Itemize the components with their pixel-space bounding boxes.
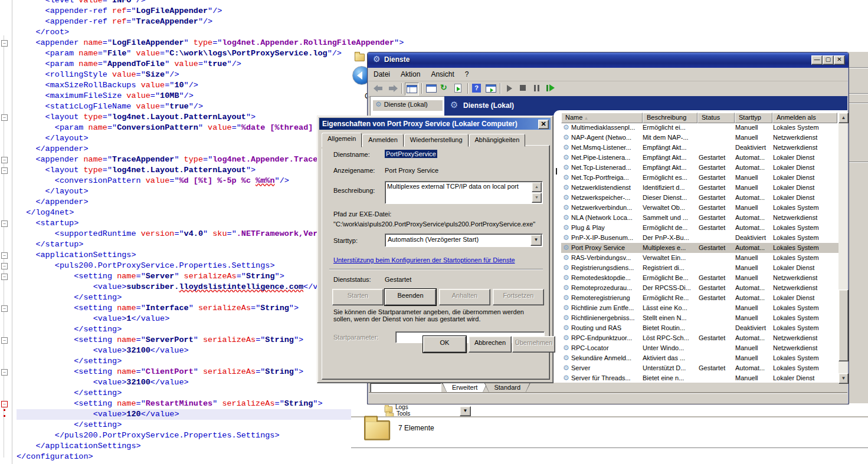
table-row[interactable]: ⚙Net.Tcp-Listenerad...Empfängt Akt...Ges… [561, 163, 838, 173]
menu-item-ansicht[interactable]: Ansicht [425, 68, 459, 78]
table-row[interactable]: ⚙ServerUnterstützt D...GestartetAutomat.… [561, 363, 838, 373]
services-title-bar[interactable]: ⚙ Dienste — ▢ ✕ [368, 52, 849, 68]
dialog-tab-wiederherstellung[interactable]: Wiederherstellung [404, 134, 469, 147]
start-service-icon[interactable] [503, 83, 516, 94]
table-row[interactable]: ⚙Port Proxy ServiceMultiplexes e...Gesta… [561, 243, 838, 253]
help-icon[interactable]: ? [471, 83, 484, 94]
table-row[interactable]: ⚙Richtlinie zum Entfe...Lässt eine Ko...… [561, 303, 838, 313]
maximize-button[interactable]: ▢ [823, 55, 834, 65]
scroll-up-button[interactable]: ▲ [838, 113, 849, 123]
scroll-down-icon[interactable]: ▼ [532, 193, 542, 203]
table-row[interactable]: ⚙Netzwerkverbindun...Verwaltet Ob...Gest… [561, 203, 838, 213]
table-row[interactable]: ⚙Net.Tcp-Portfreiga...Ermöglicht es...Ge… [561, 173, 838, 183]
table-row[interactable]: ⚙RPC-Endpunktzuor...Löst RPC-Sch...Gesta… [561, 333, 838, 343]
cell-beschreibung: Unter Windo... [643, 343, 699, 353]
table-row[interactable]: ⚙Remotedesktopdie...Ermöglicht Be...Gest… [561, 273, 838, 283]
dialog-tab-allgemein[interactable]: Allgemein [322, 133, 362, 147]
fold-marker[interactable]: – [1, 252, 8, 259]
element-count: 7 Elemente [398, 424, 434, 432]
dienstname-value[interactable]: PortProxyService [385, 150, 437, 157]
table-row[interactable]: ⚙PnP-X-IP-Busenum...Der PnP-X-Bu...Deakt… [561, 233, 838, 243]
table-row[interactable]: ⚙Registrierungsdiens...Registriert di...… [561, 263, 838, 273]
fold-marker[interactable]: – [1, 221, 8, 227]
table-row[interactable]: ⚙RAS-Verbindungsv...Verwaltet Ein...Manu… [561, 253, 838, 263]
menu-item-help[interactable]: ? [460, 68, 474, 78]
anhalten-button[interactable]: Anhalten [439, 289, 490, 305]
table-row[interactable]: ⚙RPC-LocatorUnter Windo...ManuellNetzwer… [561, 343, 838, 353]
scroll-down-button[interactable]: ▼ [838, 373, 849, 384]
table-row[interactable]: ⚙Plug & PlayErmöglicht de...GestartetAut… [561, 223, 838, 233]
chevron-down-icon[interactable]: ▼ [530, 235, 542, 246]
column-header-status[interactable]: Status [697, 113, 735, 123]
starttyp-combobox[interactable]: Automatisch (Verzögerter Start) ▼ [385, 233, 543, 247]
restart-service-icon[interactable] [544, 83, 557, 94]
scroll-up-icon[interactable]: ▲ [532, 182, 542, 192]
bottom-text-field[interactable] [370, 383, 441, 393]
tree-item-dienste-lokal[interactable]: ⚙Dienste (Lokal) [373, 100, 443, 111]
fold-marker[interactable]: – [1, 369, 8, 376]
fold-marker[interactable]: – [1, 40, 8, 47]
fold-marker[interactable]: – [1, 263, 8, 269]
ok-button[interactable]: OK [423, 336, 466, 353]
explorer-item[interactable]: Logs [395, 404, 408, 410]
view-tab-standard[interactable]: Standard [484, 383, 530, 393]
table-row[interactable]: ⚙Netzwerkspeicher-...Dieser Dienst...Ges… [561, 193, 838, 203]
abbrechen-button[interactable]: Abbrechen [469, 336, 512, 353]
view-tab-erweitert[interactable]: Erweitert [442, 383, 487, 393]
show-tree-icon[interactable] [405, 83, 419, 96]
table-row[interactable]: ⚙Routing und RASBietet Routin...Deaktivi… [561, 323, 838, 333]
table-row[interactable]: ⚙Server für Threads...Bietet eine n...Ma… [561, 373, 838, 383]
table-row[interactable]: ⚙Net.Msmq-Listener...Empfängt Akt...Deak… [561, 143, 838, 153]
table-row[interactable]: ⚙NetzwerklistendienstIdentifiziert d...G… [561, 183, 838, 193]
minimize-button[interactable]: — [811, 55, 823, 65]
fortsetzen-button[interactable]: Fortsetzen [493, 289, 544, 305]
forward-icon[interactable] [386, 83, 399, 94]
column-header-name[interactable]: Name ▲ [561, 113, 643, 123]
menu-bar: DateiAktionAnsicht? [368, 68, 848, 81]
fold-marker[interactable]: – [1, 114, 8, 121]
cell-anmelden-als: Lokaler Dienst [773, 163, 837, 173]
fold-marker[interactable]: – [1, 274, 8, 280]
dialog-close-icon[interactable]: ✕ [538, 120, 549, 129]
fold-marker[interactable]: – [1, 305, 8, 312]
extended-view-icon[interactable] [484, 83, 497, 94]
stop-service-icon[interactable] [517, 83, 530, 94]
column-header-starttyp[interactable]: Starttyp [735, 113, 772, 123]
table-row[interactable]: ⚙Richtlinienergebniss...Stellt einen N..… [561, 313, 838, 323]
column-header-anmelden-als[interactable]: Anmelden als [772, 113, 837, 123]
starten-button[interactable]: Starten [332, 289, 384, 305]
uebernehmen-button[interactable]: Übernehmen [512, 336, 555, 353]
dialog-tab-anmelden[interactable]: Anmelden [362, 134, 404, 147]
close-button[interactable]: ✕ [834, 55, 845, 65]
dialog-title-bar[interactable]: Eigenschaften von Port Proxy Service (Lo… [319, 118, 551, 130]
properties-icon[interactable] [425, 83, 438, 94]
table-row[interactable]: ⚙NLA (Network Loca...Sammelt und ...Gest… [561, 213, 838, 223]
fold-marker-red[interactable]: – [1, 401, 8, 407]
table-row[interactable]: ⚙Sekundäre Anmeld...Aktiviert das ...Man… [561, 353, 838, 363]
fold-marker[interactable]: – [1, 337, 8, 344]
refresh-icon[interactable]: ↻ [438, 83, 451, 94]
table-row[interactable]: ⚙Net.Pipe-Listenera...Empfängt Akt...Ges… [561, 153, 838, 163]
beschreibung-textarea[interactable]: Multiplexes external TCP/IP data on loca… [385, 181, 543, 204]
table-row[interactable]: ⚙Multimediaklassenpl...Ermöglicht ei...M… [561, 123, 838, 133]
table-row[interactable]: ⚙RemoteregistrierungErmöglicht Re...Gest… [561, 293, 838, 303]
table-row[interactable]: ⚙Remoteprozedurau...Der RPCSS-Di...Gesta… [561, 283, 838, 293]
scrollbar-thumb[interactable] [838, 289, 849, 361]
cell-name: Netzwerkspeicher-... [571, 193, 643, 203]
column-header-beschreibung[interactable]: Beschreibung [643, 113, 697, 123]
back-icon[interactable] [372, 83, 385, 94]
vertical-scrollbar[interactable]: ▲ ▼ [838, 113, 847, 383]
table-row[interactable]: ⚙NAP-Agent (Netwo...Mit dem NAP-...Manue… [561, 133, 838, 143]
dialog-tab-abhängigkeiten[interactable]: Abhängigkeiten [469, 134, 526, 147]
fold-marker[interactable]: – [1, 167, 8, 174]
menu-item-aktion[interactable]: Aktion [395, 68, 425, 78]
menu-item-datei[interactable]: Datei [368, 68, 395, 78]
combo-dropdown-button[interactable]: ▼ [460, 406, 471, 416]
beenden-button[interactable]: Beenden [385, 289, 436, 305]
startoptions-help-link[interactable]: Unterstützung beim Konfigurieren der Sta… [333, 256, 515, 264]
code-area[interactable]: <level value="INFO"/> <appender-ref ref=… [17, 0, 368, 462]
pause-service-icon[interactable] [530, 83, 543, 94]
explorer-item[interactable]: Tools [397, 410, 410, 416]
fold-marker[interactable]: – [1, 157, 8, 163]
export-list-icon[interactable] [452, 83, 465, 94]
